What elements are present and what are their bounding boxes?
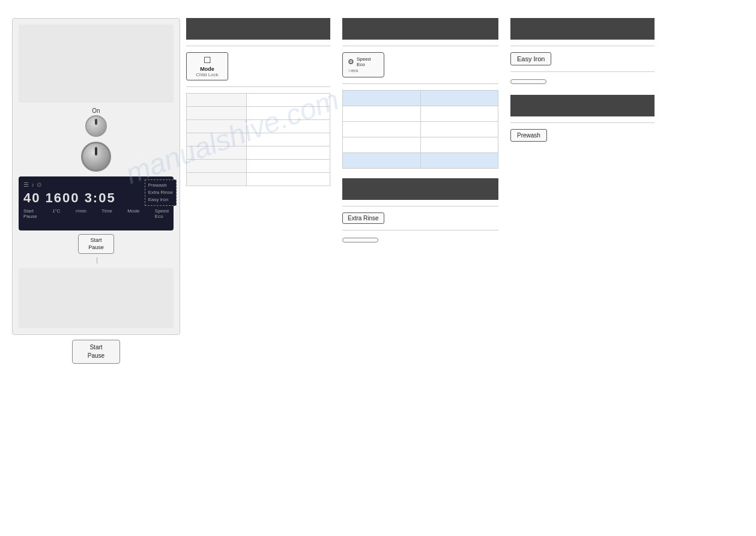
start-pause-inner-label: Start Pause — [83, 237, 109, 251]
oval-button-ei[interactable] — [510, 79, 546, 84]
overlay-prewash: Prewash — [148, 182, 173, 189]
speed-eco-sublabel: ☆eco — [348, 68, 358, 73]
prewash-label: Prewash — [517, 132, 540, 139]
label-rpm: r/min — [76, 208, 86, 219]
table-row — [187, 146, 330, 160]
label-time: Time — [101, 208, 112, 219]
display-icon-2: ♪ — [31, 181, 34, 188]
extra-rinse-label: Extra Rinse — [348, 215, 379, 221]
table-row — [187, 94, 330, 107]
label-mode: Mode — [127, 208, 139, 219]
speed-eco-label: SpeedEco — [357, 56, 370, 67]
divider-pw-1 — [510, 122, 655, 123]
table-row-highlighted — [343, 91, 498, 106]
speed-eco-section: ⚙ SpeedEco ☆eco — [342, 46, 498, 169]
on-label: On — [19, 107, 174, 114]
table-row — [343, 137, 498, 153]
divider-se-1 — [342, 46, 498, 46]
display-labels-row: StartPause 1°C r/min Time Mode SpeedEco — [23, 208, 169, 219]
table-row — [187, 160, 330, 173]
extra-rinse-badge[interactable]: Extra Rinse — [342, 212, 384, 224]
divider-1 — [186, 46, 330, 46]
washer-panel: On ☰ ♪ ⊙ 40 1600 3:05 StartPause 1°C r — [12, 18, 180, 335]
washer-bottom-area — [19, 268, 174, 328]
table-row — [343, 122, 498, 137]
start-pause-button[interactable]: StartPause — [72, 340, 120, 364]
overlay-easy-iron: Easy Iron — [148, 196, 173, 203]
table-cell — [420, 122, 498, 137]
display-icon-1: ☰ — [23, 181, 29, 188]
divider-2 — [186, 86, 330, 87]
easy-iron-column: Easy Iron — [504, 18, 661, 364]
washer-top-area — [19, 25, 174, 103]
speed-eco-section-header — [342, 18, 498, 40]
easy-iron-section: Easy Iron — [510, 46, 655, 85]
label-speed: SpeedEco — [155, 208, 169, 219]
mode-sublabel: Child Lock — [196, 72, 218, 77]
display-icon-3: ⊙ — [37, 181, 41, 188]
table-cell — [420, 106, 498, 122]
table-cell — [420, 153, 498, 169]
table-row-highlighted-2 — [343, 153, 498, 169]
display-panel: ☰ ♪ ⊙ 40 1600 3:05 StartPause 1°C r/min … — [19, 176, 174, 230]
table-cell — [343, 106, 421, 122]
mode-button[interactable]: ☐ Mode Child Lock — [186, 52, 228, 80]
main-knob[interactable] — [81, 142, 111, 172]
mode-table — [186, 93, 330, 186]
table-row — [187, 120, 330, 133]
table-row — [187, 173, 330, 186]
label-start: StartPause — [23, 208, 37, 219]
mode-icon: ☐ — [204, 55, 211, 65]
easy-iron-label: Easy Iron — [517, 55, 545, 62]
start-pause-inner[interactable]: Start Pause — [78, 234, 114, 254]
divider-ei-2 — [510, 71, 655, 72]
table-cell — [343, 153, 421, 169]
mode-label: Mode — [200, 66, 214, 72]
label-temp: 1°C — [52, 208, 60, 219]
easy-iron-badge[interactable]: Easy Iron — [510, 52, 551, 65]
divider-er-2 — [342, 230, 498, 230]
mode-section-header — [186, 18, 330, 40]
table-cell — [343, 137, 421, 153]
oval-button-er[interactable] — [342, 238, 378, 242]
mode-column: ☐ Mode Child Lock — [180, 18, 336, 364]
divider-er-1 — [342, 206, 498, 206]
overlay-extra-rinse: Extra Rinse — [148, 189, 173, 196]
divider-ei-1 — [510, 46, 655, 46]
mode-section: ☐ Mode Child Lock — [186, 46, 330, 186]
extra-rinse-section-header — [342, 178, 498, 200]
washer-panel-column: On ☰ ♪ ⊙ 40 1600 3:05 StartPause 1°C r — [12, 18, 180, 364]
easy-iron-section-header — [510, 18, 655, 40]
extra-rinse-section: Extra Rinse — [342, 178, 498, 244]
prewash-section: Prewash — [510, 95, 655, 142]
on-knob[interactable] — [85, 115, 107, 137]
table-cell — [343, 91, 421, 106]
speed-eco-table — [342, 90, 498, 169]
table-cell — [420, 137, 498, 153]
display-overlay: Prewash Extra Rinse Easy Iron — [145, 179, 177, 206]
table-row — [187, 107, 330, 120]
prewash-badge[interactable]: Prewash — [510, 129, 547, 142]
speed-eco-column: ⚙ SpeedEco ☆eco — [336, 18, 504, 364]
table-cell — [343, 122, 421, 137]
speed-eco-button[interactable]: ⚙ SpeedEco ☆eco — [342, 52, 384, 77]
prewash-section-header — [510, 95, 655, 116]
table-row — [187, 133, 330, 146]
table-row — [343, 106, 498, 122]
divider-se-2 — [342, 83, 498, 84]
speed-eco-icon: ⚙ — [348, 58, 354, 66]
table-cell — [420, 91, 498, 106]
